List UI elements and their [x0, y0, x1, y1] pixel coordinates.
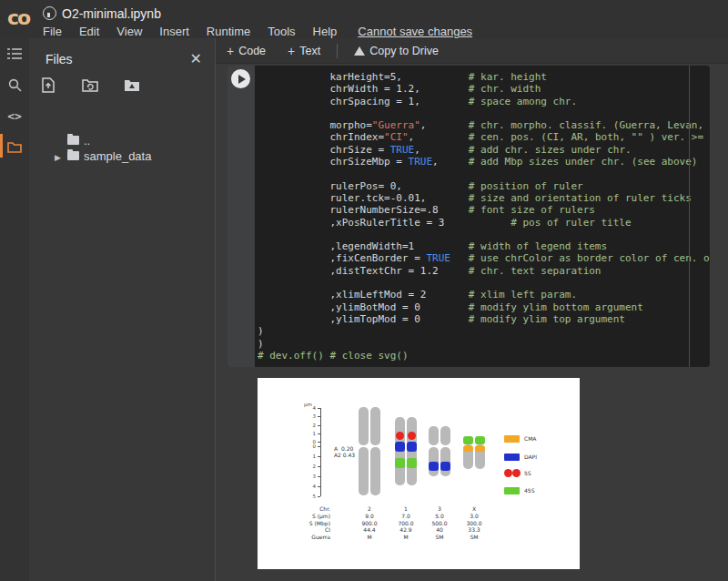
code-editor[interactable]: karHeight=5, # kar. height chrWidth = 1.…: [255, 66, 710, 367]
ruler-tick-label: 5: [307, 494, 316, 499]
table-of-contents-icon[interactable]: [0, 38, 29, 69]
chromosome-band-mark: [463, 436, 473, 444]
add-code-button[interactable]: + Code: [216, 38, 277, 63]
search-icon[interactable]: [0, 69, 29, 100]
run-cell-button[interactable]: [231, 69, 250, 88]
files-panel-title: Files: [46, 52, 73, 66]
code-line: chrWidth = 1.2, # chr. width: [258, 83, 710, 95]
code-line: [258, 229, 710, 240]
code-line: chrSizeMbp = TRUE, # add Mbp sizes under…: [258, 156, 710, 168]
tree-item-sample-data[interactable]: ▶ sample_data: [29, 149, 215, 164]
legend-swatch: [504, 454, 520, 461]
ruler-tick: [318, 476, 320, 477]
save-status-link[interactable]: Cannot save changes: [358, 25, 472, 38]
code-cell: karHeight=5, # kar. height chrWidth = 1.…: [228, 66, 710, 367]
legend-label: 5S: [524, 470, 531, 476]
files-actions: [36, 75, 144, 95]
chromosome-band-mark: [395, 442, 405, 452]
copy-to-drive-label: Copy to Drive: [369, 45, 439, 57]
chromosome-dot-mark: [408, 432, 416, 440]
menu-runtime[interactable]: Runtime: [207, 25, 250, 38]
tree-item-up[interactable]: ..: [29, 134, 215, 148]
code-line: ruler.tck=-0.01, # size and orientation …: [258, 192, 710, 204]
menu-tools[interactable]: Tools: [268, 25, 295, 38]
menu-view[interactable]: View: [116, 25, 142, 38]
chromosome-long-arm: [359, 447, 369, 495]
code-line: ,ylimBotMod = 0 # modify ylim bottom arg…: [258, 301, 710, 313]
files-icon[interactable]: [0, 131, 29, 162]
cell-output-karyotype-image: µm43210012345A 0.20 A2 0.43CMADAPI5S45SC…: [258, 378, 580, 569]
file-tree: .. ▶ sample_data: [29, 134, 215, 165]
plus-icon: +: [227, 44, 234, 58]
legend-dot: [512, 469, 521, 477]
ruler-tick-label: 4: [307, 484, 316, 489]
karyotype-table-value: X: [451, 505, 497, 512]
legend-swatch: [504, 435, 520, 443]
karyotype-table-row-label: Chr.: [276, 505, 330, 512]
code-line: ,xPosRulerTitle = 3 # pos of ruler title: [258, 217, 710, 229]
refresh-folder-icon[interactable]: [78, 75, 102, 95]
ruler-tick-label: 3: [307, 413, 316, 419]
karyotype-table-row-label: S (Mbp): [276, 520, 330, 526]
ruler-tick-label: 1: [307, 431, 316, 436]
chromosome-dot-mark: [396, 432, 404, 440]
ruler-tick: [318, 442, 320, 443]
code-content[interactable]: karHeight=5, # kar. height chrWidth = 1.…: [258, 71, 710, 362]
activity-bar: <>: [0, 38, 29, 581]
cell-gutter: [228, 66, 255, 367]
colab-app: co O2-minimal.ipynb File Edit View Inser…: [0, 0, 728, 581]
chromosome-index-annotation: A 0.20 A2 0.43: [334, 445, 355, 458]
code-line: chrSize = TRUE, # add chr. sizes under c…: [258, 144, 710, 156]
editor-column-guide: [689, 66, 690, 367]
karyotype-table-row-label: CI: [276, 526, 330, 533]
ruler-tick: [318, 433, 320, 434]
karyotype-table-row-label: Guerra: [276, 534, 330, 540]
ruler-tick: [318, 466, 320, 467]
legend-label: DAPI: [524, 454, 537, 460]
up-folder-icon: [67, 136, 79, 145]
karyotype-table-row-label: S (µm): [276, 513, 330, 519]
chromosome-band-mark: [395, 458, 405, 468]
code-line: ,xlimLeftMod = 2 # xlim left param.: [258, 289, 710, 301]
copy-to-drive-button[interactable]: Copy to Drive: [343, 38, 450, 63]
menu-bar: File Edit View Insert Runtime Tools Help…: [43, 25, 472, 38]
ruler-tick: [318, 486, 320, 487]
close-icon[interactable]: ✕: [190, 50, 202, 67]
menu-insert[interactable]: Insert: [159, 25, 189, 38]
notebook-title[interactable]: O2-minimal.ipynb: [62, 6, 161, 21]
chromosome-short-arm: [370, 407, 380, 445]
add-text-button[interactable]: + Text: [277, 38, 331, 63]
mount-drive-icon[interactable]: [120, 75, 144, 95]
ruler-tick: [318, 496, 320, 497]
colab-logo[interactable]: co: [7, 6, 29, 29]
tree-item-label: ..: [84, 134, 90, 148]
code-line: ): [258, 338, 710, 350]
menu-edit[interactable]: Edit: [79, 25, 99, 38]
ruler-tick-label: 3: [307, 474, 316, 479]
chromosome-band-mark: [475, 445, 485, 452]
code-line: rulerPos= 0, # position of ruler: [258, 180, 710, 192]
chromosome-short-arm: [440, 426, 450, 445]
code-line: [258, 277, 710, 289]
legend-label: 45S: [524, 487, 534, 494]
drive-icon: [354, 46, 365, 56]
chromosome-band-mark: [463, 445, 473, 452]
upload-file-icon[interactable]: [36, 75, 60, 95]
legend-label: CMA: [524, 435, 536, 442]
menu-file[interactable]: File: [43, 25, 62, 38]
chevron-right-icon[interactable]: ▶: [55, 150, 61, 165]
github-icon: [43, 6, 56, 20]
code-snippets-icon[interactable]: <>: [0, 100, 29, 131]
code-line: morpho="Guerra", # chr. morpho. classif.…: [258, 119, 710, 131]
code-line: rulerNumberSize=.8 # font size of rulers: [258, 204, 710, 216]
karyotype-table-value: 33.3: [451, 526, 497, 533]
karyotype-table-value: SM: [451, 534, 497, 540]
code-line: [258, 107, 710, 119]
menu-help[interactable]: Help: [313, 25, 338, 38]
chromosome-band-mark: [407, 458, 417, 468]
ruler-tick-label: 2: [307, 423, 316, 428]
files-panel-header: Files ✕: [29, 49, 215, 69]
ruler-tick-label: 1: [307, 454, 316, 459]
folder-icon: [67, 151, 79, 160]
code-line: ): [258, 325, 710, 337]
